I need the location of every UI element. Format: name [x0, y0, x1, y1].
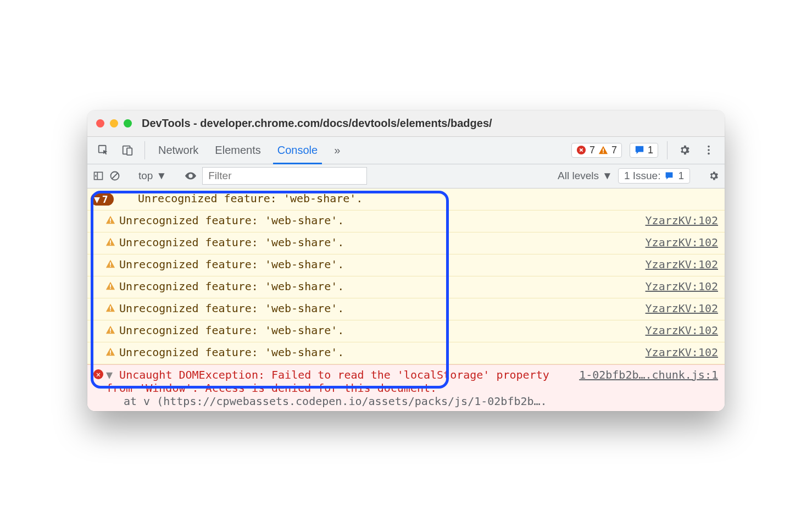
warning-message: Unrecognized feature: 'web-share'. — [119, 214, 640, 227]
console-messages: ▼ 7 Unrecognized feature: 'web-share'. U… — [87, 189, 725, 411]
settings-icon[interactable] — [674, 137, 695, 164]
chevron-down-icon[interactable]: ▼ — [106, 368, 113, 381]
close-window-button[interactable] — [96, 119, 104, 128]
issues-counter[interactable]: 1 — [630, 143, 658, 158]
warning-icon — [105, 303, 115, 313]
source-link[interactable]: YzarzKV:102 — [640, 324, 718, 337]
error-icon — [576, 145, 586, 155]
issues-button[interactable]: 1 Issue: 1 — [618, 168, 690, 184]
console-warning-row[interactable]: Unrecognized feature: 'web-share'. Yzarz… — [87, 320, 725, 342]
svg-rect-24 — [110, 353, 111, 354]
warning-group-header[interactable]: ▼ 7 Unrecognized feature: 'web-share'. — [87, 189, 725, 210]
warning-icon — [105, 347, 115, 357]
window-title: DevTools - developer.chrome.com/docs/dev… — [142, 117, 492, 130]
error-warning-counter[interactable]: 7 7 — [571, 143, 622, 158]
tab-elements[interactable]: Elements — [208, 137, 267, 164]
chevron-down-icon: ▼ — [156, 170, 166, 182]
chevron-down-icon: ▼ — [602, 170, 613, 182]
warning-message: Unrecognized feature: 'web-share'. — [119, 236, 640, 249]
source-link[interactable]: YzarzKV:102 — [640, 236, 718, 249]
warning-icon — [105, 259, 115, 269]
live-expression-icon[interactable] — [185, 170, 197, 182]
warning-message: Unrecognized feature: 'web-share'. — [119, 280, 640, 293]
svg-rect-2 — [127, 148, 132, 155]
svg-point-7 — [708, 149, 710, 151]
console-error-row[interactable]: ✕ ▼ 1-02bfb2b….chunk.js:1 Uncaught DOMEx… — [87, 364, 725, 411]
console-warning-row[interactable]: Unrecognized feature: 'web-share'. Yzarz… — [87, 232, 725, 254]
tab-console[interactable]: Console — [271, 137, 324, 164]
group-count: 7 — [102, 193, 108, 205]
minimize-window-button[interactable] — [110, 119, 118, 128]
source-link[interactable]: YzarzKV:102 — [640, 258, 718, 271]
svg-rect-17 — [110, 284, 111, 287]
svg-rect-22 — [110, 331, 111, 332]
error-icon: ✕ — [93, 369, 103, 379]
console-warning-row[interactable]: Unrecognized feature: 'web-share'. Yzarz… — [87, 210, 725, 232]
source-link[interactable]: YzarzKV:102 — [640, 280, 718, 293]
clear-console-icon[interactable] — [109, 170, 120, 181]
issues-label: 1 Issue: — [624, 170, 661, 182]
traffic-lights — [96, 119, 132, 128]
svg-rect-4 — [603, 148, 604, 151]
svg-rect-16 — [110, 265, 111, 267]
warning-message: Unrecognized feature: 'web-share'. — [119, 302, 640, 315]
more-tabs-button[interactable]: » — [327, 137, 347, 164]
svg-rect-18 — [110, 287, 111, 289]
chevron-down-icon: ▼ — [94, 193, 100, 205]
issue-icon — [665, 171, 674, 180]
svg-rect-23 — [110, 350, 111, 353]
warning-message: Unrecognized feature: 'web-share'. — [119, 324, 640, 337]
error-text: Uncaught DOMException: Failed to read th… — [106, 368, 549, 395]
issue-icon — [635, 145, 644, 155]
svg-rect-12 — [110, 221, 111, 223]
warning-icon — [105, 215, 115, 225]
warning-count: 7 — [611, 145, 617, 156]
stack-prefix: at v ( — [124, 395, 163, 408]
source-link[interactable]: YzarzKV:102 — [640, 302, 718, 315]
svg-rect-15 — [110, 262, 111, 265]
devtools-window: DevTools - developer.chrome.com/docs/dev… — [87, 110, 725, 411]
console-warning-row[interactable]: Unrecognized feature: 'web-share'. Yzarz… — [87, 342, 725, 364]
warning-message: Unrecognized feature: 'web-share'. — [119, 258, 640, 271]
tab-network[interactable]: Network — [152, 137, 205, 164]
context-label: top — [138, 170, 153, 182]
error-count: 7 — [589, 145, 595, 156]
stack-trace: at v (https://cpwebassets.codepen.io/ass… — [106, 395, 718, 408]
stack-link[interactable]: https://cpwebassets.codepen.io/assets/pa… — [163, 395, 547, 408]
console-warning-row[interactable]: Unrecognized feature: 'web-share'. Yzarz… — [87, 298, 725, 320]
console-settings-icon[interactable] — [708, 170, 719, 181]
console-warning-row[interactable]: Unrecognized feature: 'web-share'. Yzarz… — [87, 276, 725, 298]
context-selector[interactable]: top ▼ — [138, 170, 166, 182]
zoom-window-button[interactable] — [124, 119, 132, 128]
group-count-pill: ▼ 7 — [91, 193, 114, 206]
source-link[interactable]: 1-02bfb2b….chunk.js:1 — [579, 368, 718, 381]
levels-label: All levels — [558, 170, 599, 182]
svg-point-6 — [708, 146, 710, 148]
filter-input[interactable] — [202, 167, 367, 185]
main-tab-bar: Network Elements Console » 7 7 1 — [87, 137, 725, 164]
issue-count: 1 — [648, 145, 653, 156]
inspect-element-icon[interactable] — [93, 137, 114, 164]
svg-rect-19 — [110, 306, 111, 309]
svg-rect-21 — [110, 328, 111, 331]
toggle-sidebar-icon[interactable] — [93, 170, 104, 181]
svg-rect-11 — [110, 218, 111, 221]
warning-icon — [598, 145, 608, 155]
warning-icon — [105, 237, 115, 247]
more-options-icon[interactable] — [698, 137, 719, 164]
svg-rect-20 — [110, 309, 111, 311]
svg-rect-5 — [603, 152, 604, 153]
source-link[interactable]: YzarzKV:102 — [640, 346, 718, 359]
warning-message: Unrecognized feature: 'web-share'. — [119, 346, 640, 359]
console-toolbar: top ▼ All levels ▼ 1 Issue: 1 — [87, 164, 725, 189]
svg-rect-13 — [110, 240, 111, 243]
warning-icon — [105, 325, 115, 335]
error-message: ▼ 1-02bfb2b….chunk.js:1 Uncaught DOMExce… — [106, 368, 718, 408]
source-link[interactable]: YzarzKV:102 — [640, 214, 718, 227]
device-toolbar-icon[interactable] — [117, 137, 138, 164]
separator — [144, 141, 145, 159]
warning-icon — [105, 281, 115, 291]
console-warning-row[interactable]: Unrecognized feature: 'web-share'. Yzarz… — [87, 254, 725, 276]
svg-rect-14 — [110, 243, 111, 245]
log-levels-selector[interactable]: All levels ▼ — [558, 170, 613, 182]
